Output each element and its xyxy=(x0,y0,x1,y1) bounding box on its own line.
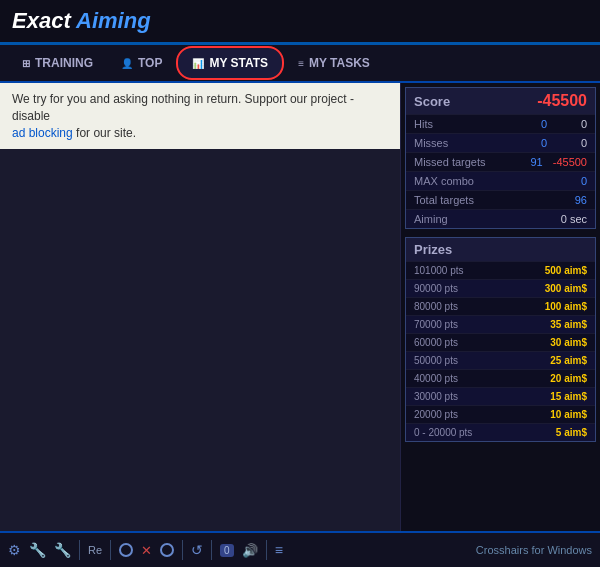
prize-row-8: 20000 pts 10 aim$ xyxy=(406,405,595,423)
score-value: -45500 xyxy=(537,92,587,110)
refresh-icon[interactable]: ↺ xyxy=(191,542,203,558)
prize-row-4: 60000 pts 30 aim$ xyxy=(406,333,595,351)
prize-row-1: 90000 pts 300 aim$ xyxy=(406,279,595,297)
re-label: Re xyxy=(88,544,102,556)
nav-my-tasks[interactable]: ≡ MY TASKS xyxy=(284,48,384,78)
score-header: Score -45500 xyxy=(406,88,595,114)
prizes-header: Prizes xyxy=(406,238,595,261)
volume-number: 0 xyxy=(220,544,234,557)
x-icon: ✕ xyxy=(141,543,152,558)
volume-icon[interactable]: 🔊 xyxy=(242,543,258,558)
nav-training[interactable]: ⊞ TRAINING xyxy=(8,48,107,78)
stat-row-misses: Misses 0 0 xyxy=(406,133,595,152)
toolbar-separator-5 xyxy=(266,540,267,560)
wrench-icon-2[interactable]: 🔧 xyxy=(54,542,71,558)
right-panel: Score -45500 Hits 0 0 Misses 0 0 xyxy=(400,83,600,567)
left-col: We try for you and asking nothing in ret… xyxy=(0,83,400,567)
prizes-section: Prizes 101000 pts 500 aim$ 90000 pts 300… xyxy=(405,237,596,442)
banner-link[interactable]: ad blocking xyxy=(12,126,73,140)
toolbar-separator-2 xyxy=(110,540,111,560)
circle-indicator-2 xyxy=(160,543,174,557)
stat-row-total-targets: Total targets 96 xyxy=(406,190,595,209)
toolbar-separator-4 xyxy=(211,540,212,560)
score-label: Score xyxy=(414,94,450,109)
toolbar-separator-3 xyxy=(182,540,183,560)
stat-row-hits: Hits 0 0 xyxy=(406,114,595,133)
nav-top[interactable]: 👤 TOP xyxy=(107,48,176,78)
circle-indicator xyxy=(119,543,133,557)
stat-row-aiming: Aiming 0 sec xyxy=(406,209,595,228)
settings-icon[interactable]: ⚙ xyxy=(8,542,21,558)
prize-row-0: 101000 pts 500 aim$ xyxy=(406,261,595,279)
stat-row-max-combo: MAX combo 0 xyxy=(406,171,595,190)
wrench-icon-1[interactable]: 🔧 xyxy=(29,542,46,558)
banner: We try for you and asking nothing in ret… xyxy=(0,83,400,149)
toolbar: ⚙ 🔧 🔧 Re ✕ ↺ 0 🔊 ≡ Crosshairs for Window… xyxy=(0,531,600,567)
menu-icon[interactable]: ≡ xyxy=(275,542,283,558)
nav-my-stats[interactable]: 📊 MY STATS xyxy=(176,46,284,80)
top-icon: 👤 xyxy=(121,58,133,69)
tasks-icon: ≡ xyxy=(298,58,304,69)
prize-row-2: 80000 pts 100 aim$ xyxy=(406,297,595,315)
stat-row-missed-targets: Missed targets 91 -45500 xyxy=(406,152,595,171)
app-header: Exact Aiming xyxy=(0,0,600,45)
middle-row: We try for you and asking nothing in ret… xyxy=(0,83,600,567)
prize-row-7: 30000 pts 15 aim$ xyxy=(406,387,595,405)
crosshairs-label: Crosshairs for Windows xyxy=(476,544,592,556)
prize-row-9: 0 - 20000 pts 5 aim$ xyxy=(406,423,595,441)
prize-row-3: 70000 pts 35 aim$ xyxy=(406,315,595,333)
prize-row-6: 40000 pts 20 aim$ xyxy=(406,369,595,387)
prize-row-5: 50000 pts 25 aim$ xyxy=(406,351,595,369)
main-wrapper: Exact Aiming ⊞ TRAINING 👤 TOP 📊 MY STATS… xyxy=(0,0,600,567)
stats-icon: 📊 xyxy=(192,58,204,69)
toolbar-separator-1 xyxy=(79,540,80,560)
app-title: Exact Aiming xyxy=(12,8,151,34)
training-icon: ⊞ xyxy=(22,58,30,69)
nav-bar: ⊞ TRAINING 👤 TOP 📊 MY STATS ≡ MY TASKS xyxy=(0,45,600,83)
score-section: Score -45500 Hits 0 0 Misses 0 0 xyxy=(405,87,596,229)
